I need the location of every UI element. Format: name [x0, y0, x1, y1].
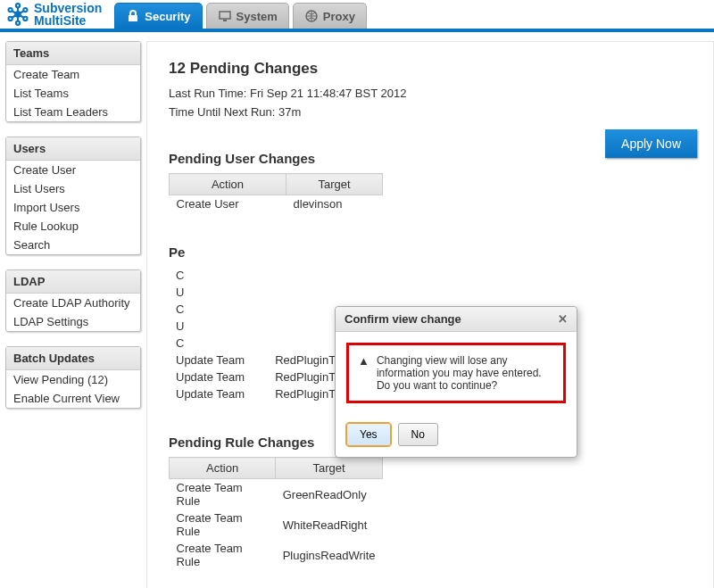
col-target: Target [276, 458, 383, 479]
warning-box: ▲ Changing view will lose any informatio… [346, 343, 566, 403]
sidebar-batch-title: Batch Updates [6, 347, 140, 370]
table-row: Create Userdlevinson [170, 195, 383, 213]
svg-point-6 [9, 8, 12, 12]
sidebar-item-list-teams[interactable]: List Teams [6, 84, 140, 103]
monitor-icon [218, 9, 232, 23]
logo-icon [5, 2, 30, 27]
sidebar-item-search[interactable]: Search [6, 236, 140, 254]
brand-text: Subversion MultiSite [34, 2, 102, 27]
pending-rule-changes-table: ActionTarget Create Team RuleGreenReadOn… [169, 457, 383, 570]
sidebar-ldap: LDAP Create LDAP Authority LDAP Settings [5, 269, 141, 332]
sidebar-item-view-pending[interactable]: View Pending (12) [6, 370, 140, 389]
svg-point-5 [9, 17, 12, 21]
sidebar-batch: Batch Updates View Pending (12) Enable C… [5, 346, 141, 409]
no-button[interactable]: No [398, 423, 438, 446]
sidebar-item-list-users[interactable]: List Users [6, 179, 140, 198]
tab-security-label: Security [145, 10, 190, 23]
sidebar-item-create-user[interactable]: Create User [6, 161, 140, 179]
col-action: Action [170, 174, 286, 195]
lock-icon [126, 9, 140, 23]
svg-point-2 [23, 8, 27, 12]
sidebar-item-enable-current-view[interactable]: Enable Current View [6, 389, 140, 408]
table-row: Create Team RulePluginsReadWrite [170, 540, 383, 570]
dialog-title: Confirm view change [345, 312, 461, 326]
svg-rect-13 [129, 15, 137, 21]
tab-system[interactable]: System [206, 3, 289, 29]
last-run-value: Fri Sep 21 11:48:47 BST 2012 [250, 87, 406, 100]
sidebar-item-ldap-settings[interactable]: LDAP Settings [6, 312, 140, 331]
col-action: Action [170, 458, 276, 479]
tab-system-label: System [237, 10, 278, 23]
warning-icon: ▲ [358, 354, 369, 368]
sidebar-ldap-title: LDAP [6, 270, 140, 294]
until-next-value: 37m [278, 105, 301, 119]
sidebar-teams: Teams Create Team List Teams List Team L… [5, 41, 141, 122]
next-run-line: Time Until Next Run: 37m [169, 105, 692, 119]
sidebar-item-create-ldap[interactable]: Create LDAP Authority [6, 294, 140, 312]
sidebar-teams-title: Teams [6, 42, 140, 65]
sidebar-users-title: Users [6, 137, 140, 161]
top-nav: Subversion MultiSite Security System Pro… [0, 0, 714, 32]
until-next-label: Time Until Next Run: [169, 105, 275, 119]
tab-proxy-label: Proxy [323, 10, 355, 23]
close-icon[interactable]: ✕ [558, 312, 568, 326]
sidebar-item-import-users[interactable]: Import Users [6, 198, 140, 217]
sidebar-users: Users Create User List Users Import User… [5, 137, 141, 255]
svg-rect-15 [223, 20, 227, 21]
sidebar: Teams Create Team List Teams List Team L… [0, 32, 146, 588]
tab-proxy[interactable]: Proxy [293, 3, 367, 29]
sidebar-item-create-team[interactable]: Create Team [6, 65, 140, 84]
page-title: 12 Pending Changes [169, 60, 692, 78]
table-row: Create Team RuleWhiteReadRight [170, 509, 383, 540]
yes-button[interactable]: Yes [346, 423, 391, 446]
last-run-label: Last Run Time: [169, 87, 246, 100]
table-row: Create Team RuleGreenReadOnly [170, 479, 383, 510]
apply-now-button[interactable]: Apply Now [605, 129, 697, 158]
pending-team-changes-title: Pe [169, 244, 692, 260]
tab-security[interactable]: Security [114, 3, 202, 29]
last-run-line: Last Run Time: Fri Sep 21 11:48:47 BST 2… [169, 87, 692, 100]
globe-icon [304, 9, 319, 23]
main-content: 12 Pending Changes Last Run Time: Fri Se… [146, 41, 714, 588]
col-target: Target [286, 174, 383, 195]
table-row: C [169, 267, 383, 284]
dialog-message: Changing view will lose any information … [377, 354, 554, 392]
svg-point-1 [16, 4, 20, 7]
confirm-dialog: Confirm view change ✕ ▲ Changing view wi… [335, 306, 577, 458]
svg-point-3 [23, 17, 27, 21]
svg-rect-14 [220, 12, 230, 19]
sidebar-item-list-team-leaders[interactable]: List Team Leaders [6, 103, 140, 121]
pending-user-changes-table: ActionTarget Create Userdlevinson [169, 173, 383, 212]
svg-point-4 [16, 21, 20, 25]
sidebar-item-rule-lookup[interactable]: Rule Lookup [6, 217, 140, 236]
table-row: U [169, 284, 383, 301]
brand-logo: Subversion MultiSite [5, 2, 102, 29]
